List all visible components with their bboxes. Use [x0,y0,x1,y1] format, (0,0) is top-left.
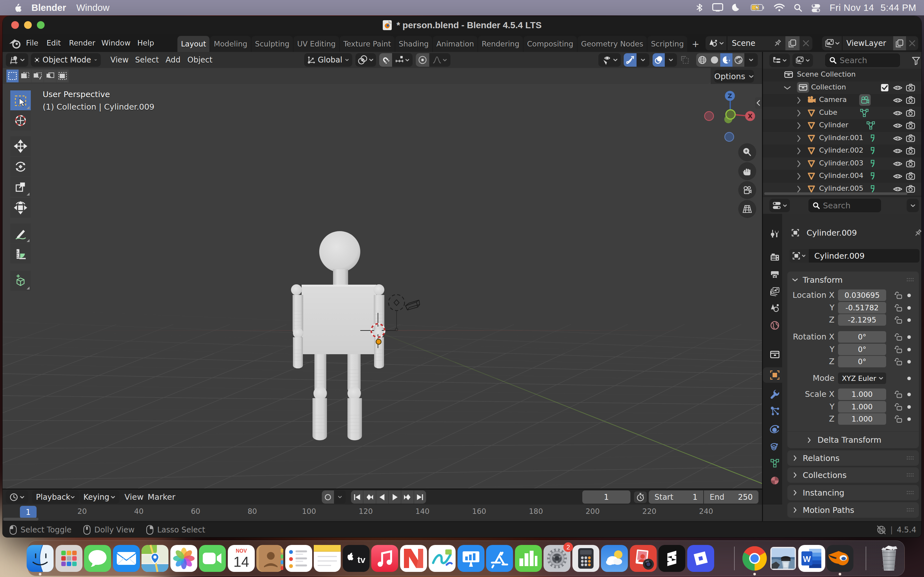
tool-scale[interactable] [10,177,31,197]
outliner-row-cylinder[interactable]: Cylinder [763,119,921,132]
expand-chevron-icon[interactable] [795,135,803,142]
window-titlebar[interactable]: * person.blend - Blender 4.5.4 LTS [3,16,921,34]
outliner-item-label[interactable]: Scene Collection [797,70,856,78]
person-model[interactable] [291,231,384,440]
overlays-toggle-group[interactable] [653,53,677,67]
start-frame-field[interactable]: Start1 [649,490,703,504]
prev-keyframe-button[interactable] [363,490,375,504]
proportional-falloff-dropdown[interactable] [429,55,451,64]
disable-render-camera-icon[interactable] [906,184,915,194]
tool-annotate[interactable] [10,223,31,243]
dock-icon-contacts[interactable] [256,544,284,572]
scene-selector[interactable]: Scene [706,36,813,50]
use-preview-range-toggle[interactable] [634,492,647,503]
topbar-menu-edit[interactable]: Edit [47,34,61,52]
app-menu-blender[interactable]: Blender [31,3,66,13]
expand-chevron-icon[interactable] [795,160,803,168]
select-mode-select-box[interactable] [19,69,31,82]
panel-drag-handle[interactable] [906,472,914,478]
control-center-icon[interactable] [811,3,821,12]
disable-render-camera-icon[interactable] [906,159,915,169]
outliner-row-cylinder-002[interactable]: Cylinder.002 [763,145,921,157]
prop-value-field[interactable]: -0.51782 [838,302,886,314]
outliner-row-scene collection[interactable]: Scene Collection [763,69,921,81]
scene-icon-dropdown[interactable] [706,36,727,50]
properties-tab-material[interactable] [763,473,782,488]
animate-dot[interactable] [907,393,911,396]
disable-render-camera-icon[interactable] [906,146,915,156]
outliner-item-label[interactable]: Collection [811,83,846,91]
wifi-icon[interactable] [774,3,785,12]
mode-dropdown[interactable]: Object Mode [31,53,101,67]
outliner-item-label[interactable]: Cylinder.002 [819,146,863,154]
properties-tab-collectionp[interactable] [763,347,782,362]
dock-icon-chrome[interactable] [740,544,769,572]
expand-chevron-icon[interactable] [795,185,803,193]
expand-chevron-icon[interactable] [795,147,803,155]
transform-panel-header[interactable]: Transform [787,271,919,288]
properties-options-dropdown[interactable] [907,199,919,212]
gizmos-dropdown[interactable] [636,57,649,63]
outliner-row-cylinder-001[interactable]: Cylinder.001 [763,132,921,145]
object-name-field[interactable]: Cylinder.009 [809,249,919,263]
viewport-3d[interactable]: Object ModeViewSelectAddObjectGlobal Opt… [3,52,762,488]
outliner-hscrollbar[interactable] [764,192,907,195]
dock-icon-keynote[interactable] [457,544,485,572]
nav-ortho-button[interactable] [738,200,756,218]
next-keyframe-button[interactable] [401,490,413,504]
dock-icon-settings[interactable]: 2 [543,544,571,572]
tool-measure[interactable] [10,243,31,263]
properties-tab-viewlayer[interactable] [763,284,782,299]
prop-dropdown[interactable]: XYZ Euler [838,372,886,384]
select-mode-select-circle[interactable] [31,69,44,82]
lock-icon[interactable] [895,345,903,354]
animate-dot[interactable] [907,405,911,409]
collection-checkbox[interactable] [880,83,889,92]
prop-value-field[interactable]: 0° [838,331,886,343]
tab-modeling[interactable]: Modeling [210,36,251,52]
hide-viewport-eye-icon[interactable] [893,108,903,118]
dock-icon-finder[interactable] [26,544,54,572]
camera-object[interactable] [405,300,420,310]
playback-menu[interactable]: Playback [32,490,79,504]
viewlayer-remove-button[interactable] [906,36,918,50]
tool-rotate[interactable] [10,157,31,177]
snap-group[interactable] [379,53,413,67]
select-mode-select-lasso[interactable] [44,69,56,82]
jump-start-button[interactable] [351,490,363,504]
lock-icon[interactable] [895,316,903,324]
viewlayer-new-button[interactable] [893,36,906,50]
dock-icon-trash[interactable] [875,544,903,572]
end-frame-field[interactable]: End250 [704,490,758,504]
outliner-item-label[interactable]: Cylinder.005 [819,184,863,192]
shading-rendered-button[interactable] [732,53,744,67]
disable-render-camera-icon[interactable] [906,171,915,181]
select-mode-tweak[interactable] [6,69,19,82]
panel-header[interactable]: Relations [787,450,919,466]
animate-dot[interactable] [907,348,911,351]
tool-select-box[interactable] [10,90,31,110]
shading-solid-button[interactable] [708,53,720,67]
panel-header[interactable]: Collections [787,467,919,483]
dock-icon-word[interactable]: W [798,544,826,572]
panel-collections[interactable]: Collections [787,467,919,483]
viewlayer-selector[interactable]: ViewLayer [822,36,918,50]
properties-tab-render[interactable] [763,250,782,265]
macos-dock[interactable]: NOV14tv2 W [27,540,905,576]
properties-editor[interactable]: SearchCylinder.009 Cylinder.009Transform… [763,197,921,521]
viewlayer-icon-dropdown[interactable] [822,36,843,50]
properties-tab-data[interactable] [763,456,782,471]
options-dropdown[interactable]: Options [714,70,754,83]
hide-viewport-eye-icon[interactable] [893,121,903,131]
prop-value-field[interactable]: 0° [838,343,886,355]
select-mode-select-paint[interactable] [57,69,69,82]
outliner-item-label[interactable]: Cylinder.003 [819,159,863,167]
nav-camera-button[interactable] [738,181,756,199]
outliner-editor[interactable]: SearchScene CollectionCollectionCameraCu… [763,52,921,196]
shading-wireframe-button[interactable] [696,53,708,67]
panel-instancing[interactable]: Instancing [787,485,919,500]
dock-icon-facetime[interactable] [198,544,226,572]
expand-chevron-icon[interactable] [795,109,803,117]
disable-render-camera-icon[interactable] [906,121,915,131]
tab-sculpting[interactable]: Sculpting [252,36,293,52]
